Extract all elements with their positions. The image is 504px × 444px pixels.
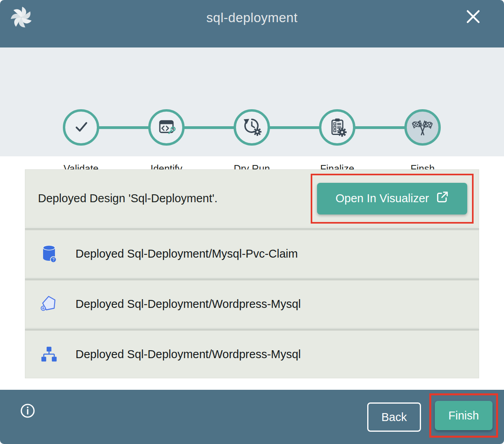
modal-header: sql-deployment bbox=[0, 0, 504, 47]
page-title: sql-deployment bbox=[0, 10, 504, 25]
deployment-row-text: Deployed Sql-Deployment/Mysql-Pvc-Claim bbox=[76, 247, 298, 260]
deployment-row-text: Deployed Sql-Deployment/Wordpress-Mysql bbox=[76, 298, 301, 311]
modal-footer: Back Finish bbox=[0, 390, 504, 444]
info-icon[interactable] bbox=[20, 403, 36, 419]
finish-button[interactable]: Finish bbox=[435, 401, 493, 430]
finish-flags-icon bbox=[411, 115, 434, 140]
database-icon: ? bbox=[39, 243, 59, 265]
step-identify-environments[interactable] bbox=[148, 109, 185, 146]
svg-text:?: ? bbox=[52, 257, 55, 262]
close-icon[interactable] bbox=[465, 9, 481, 25]
deployment-row-mysql-pvc-claim: ? Deployed Sql-Deployment/Mysql-Pvc-Clai… bbox=[25, 230, 479, 278]
back-button[interactable]: Back bbox=[367, 402, 421, 432]
annotation-highlight-finish: Finish bbox=[429, 393, 498, 438]
step-finalize-deployment[interactable] bbox=[319, 109, 355, 146]
code-configure-icon bbox=[157, 117, 176, 138]
step-dry-run[interactable] bbox=[234, 109, 270, 146]
check-icon bbox=[71, 117, 91, 138]
dry-run-icon bbox=[242, 116, 262, 139]
deployment-wizard-modal: sql-deployment bbox=[0, 0, 504, 444]
deployment-results: Deployed Design 'Sql-Deployment'. Open I… bbox=[0, 156, 504, 390]
external-link-icon bbox=[436, 191, 449, 206]
annotation-highlight-visualizer: Open In Visualizer bbox=[311, 174, 474, 224]
open-in-visualizer-label: Open In Visualizer bbox=[336, 192, 429, 205]
summary-row: Deployed Design 'Sql-Deployment'. Open I… bbox=[25, 169, 479, 228]
open-in-visualizer-button[interactable]: Open In Visualizer bbox=[317, 183, 467, 214]
deployment-row-wordpress-mysql-1: Deployed Sql-Deployment/Wordpress-Mysql bbox=[25, 280, 479, 328]
deployed-design-message: Deployed Design 'Sql-Deployment'. bbox=[38, 192, 217, 205]
wizard-stepper: Validate Design Identify Environments Dr… bbox=[0, 47, 504, 156]
hierarchy-icon bbox=[39, 344, 59, 365]
deployment-row-text: Deployed Sql-Deployment/Wordpress-Mysql bbox=[76, 348, 301, 361]
checklist-gear-icon bbox=[327, 116, 347, 139]
pentagon-component-icon bbox=[39, 294, 59, 315]
deployment-row-wordpress-mysql-2: Deployed Sql-Deployment/Wordpress-Mysql bbox=[25, 330, 479, 378]
step-validate-design[interactable] bbox=[63, 109, 99, 146]
step-finish[interactable] bbox=[404, 109, 441, 146]
